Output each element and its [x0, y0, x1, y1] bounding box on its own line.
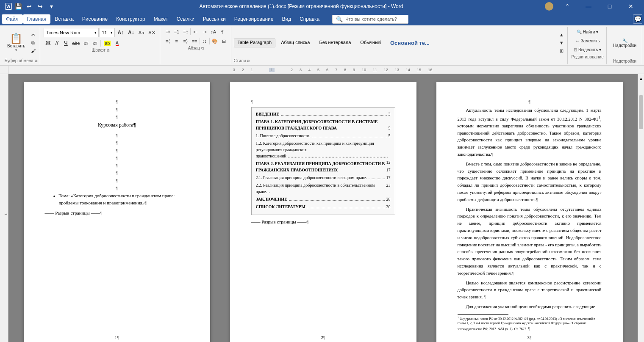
bullets-button[interactable]: ≡•: [164, 28, 172, 36]
quick-access-dropdown[interactable]: ▾: [47, 2, 56, 11]
scroll-thumb[interactable]: [639, 95, 643, 129]
clipboard-expand[interactable]: ⧉: [35, 59, 37, 63]
font-expand[interactable]: ⧉: [107, 48, 109, 52]
page-2-number: 2¶: [321, 335, 325, 340]
styles-more-button[interactable]: ⊞: [557, 47, 566, 55]
scroll-track[interactable]: [638, 142, 644, 342]
redo-button[interactable]: ↪: [36, 2, 45, 11]
close-button[interactable]: ✕: [621, 0, 641, 13]
page-3-number: 3¶: [527, 335, 532, 340]
paste-button[interactable]: 📋 Вставить ▾: [4, 31, 28, 55]
styles-down-button[interactable]: ▼: [557, 39, 566, 47]
ruler-mark: 4: [308, 68, 311, 72]
ribbon-toggle-button[interactable]: ⌃: [558, 0, 577, 13]
style-heading1[interactable]: Основной те...: [386, 39, 433, 47]
strikethrough-button[interactable]: abc: [70, 39, 81, 47]
pilcrow-10: ¶: [45, 170, 189, 177]
vertical-scrollbar[interactable]: ▲ ▼: [638, 74, 644, 342]
menu-help[interactable]: Справка: [295, 14, 324, 24]
highlight-button[interactable]: ab: [102, 39, 112, 47]
increase-indent-button[interactable]: ⇥: [200, 28, 208, 36]
justify-button[interactable]: ≡≡: [190, 37, 199, 45]
menu-layout[interactable]: Макет: [150, 14, 172, 24]
style-no-spacing[interactable]: Без интервала: [315, 39, 355, 47]
subscript-button[interactable]: x2: [82, 39, 90, 47]
replace-icon: ↔: [575, 39, 580, 43]
user-avatar[interactable]: [545, 2, 553, 11]
show-formatting-button[interactable]: ¶: [218, 28, 227, 36]
divider: [190, 28, 191, 35]
style-normal[interactable]: Обычный: [356, 39, 385, 47]
pilcrow-7: ¶: [45, 147, 189, 154]
italic-button[interactable]: К: [53, 39, 61, 47]
toc-row-1-1: 1. Понятие добросовестности. 5: [256, 132, 391, 139]
decrease-font-button[interactable]: A↓: [126, 29, 136, 36]
save-button[interactable]: 💾: [14, 2, 23, 11]
comments-button[interactable]: 💬: [633, 14, 642, 24]
menu-draw[interactable]: Рисование: [78, 14, 112, 24]
menu-mailings[interactable]: Рассылки: [199, 14, 230, 24]
styles-group: Table Paragraph Абзац списка Без интерва…: [232, 27, 568, 64]
paste-dropdown-arrow: ▾: [15, 48, 17, 52]
paragraph-expand[interactable]: ⧉: [201, 46, 204, 50]
find-button[interactable]: 🔍 Найти ▾: [572, 28, 603, 36]
copy-button[interactable]: ⧉: [29, 39, 37, 47]
font-name-selector[interactable]: Times New Rom ▾: [44, 28, 99, 37]
paragraph-1: Актуальность темы исследования обусловле…: [458, 107, 602, 158]
menu-review[interactable]: Рецензирование: [230, 14, 278, 24]
pilcrow-2: ¶: [45, 106, 189, 113]
select-button[interactable]: ⊡ Выделить ▾: [572, 46, 603, 54]
pilcrow-1: ¶: [45, 99, 189, 105]
clear-format-button[interactable]: A✕: [147, 29, 157, 36]
font-size-selector[interactable]: 11 ▾: [100, 28, 115, 37]
align-right-button[interactable]: ≡⟩: [181, 37, 190, 45]
paragraph-5: Для достижения указанной цели необходимо…: [458, 303, 602, 311]
menu-references[interactable]: Ссылки: [172, 14, 199, 24]
ruler-mark: 3: [233, 68, 235, 72]
divider: [200, 38, 200, 44]
style-list-paragraph[interactable]: Абзац списка: [277, 39, 314, 47]
line-spacing-button[interactable]: ↕↕: [200, 37, 209, 45]
tell-me-search[interactable]: 🔍 Что вы хотите сделать?: [332, 15, 408, 24]
maximize-button[interactable]: □: [600, 0, 619, 13]
menu-insert[interactable]: Вставка: [50, 14, 78, 24]
menu-file[interactable]: Файл: [2, 14, 23, 24]
increase-font-button[interactable]: A↑: [116, 29, 125, 36]
ruler-mark: 6: [326, 68, 328, 72]
clear-format-icon: A✕: [148, 30, 155, 36]
underline-button[interactable]: Ч: [61, 39, 70, 47]
format-painter-button[interactable]: 🖌: [29, 47, 37, 55]
cut-button[interactable]: ✂: [29, 31, 37, 39]
page-2: ¶ ВВЕДЕНИЕ 3 ГЛАВА 1. КАТЕГОРИЯ ДОБРОСОВ…: [230, 82, 416, 342]
numbering-button[interactable]: ≡1: [172, 28, 181, 36]
pages-area[interactable]: ¶ ¶ ¶ Курсовая работа¶ ¶ ¶ ¶ ¶ ¶ ¶ ¶ ¶ •: [8, 74, 638, 342]
ruler-mark: 16: [428, 68, 432, 72]
menu-home[interactable]: Главная: [23, 14, 51, 24]
bold-button[interactable]: Ж: [44, 39, 52, 47]
shading-button[interactable]: 🎨: [210, 37, 219, 45]
page-break-1: —— Разрыв страницы ——¶: [45, 210, 189, 217]
styles-up-button[interactable]: ▲: [557, 31, 566, 39]
style-table-paragraph[interactable]: Table Paragraph: [234, 39, 276, 47]
styles-expand[interactable]: ⧉: [247, 59, 250, 63]
change-case-button[interactable]: Аа: [137, 29, 146, 36]
superscript-button[interactable]: x2: [91, 39, 99, 47]
menu-view[interactable]: Вид: [278, 14, 295, 24]
menu-design[interactable]: Конструктор: [112, 14, 149, 24]
decrease-indent-button[interactable]: ⇤: [191, 28, 200, 36]
ruler-area: 3 2 1 1 2 3 4 5 6 7 8 9 10 11 12 13 14 1…: [0, 66, 644, 74]
sort-button[interactable]: ↕A: [209, 28, 218, 36]
align-center-button[interactable]: ≡: [172, 37, 181, 45]
font-color-button[interactable]: A: [113, 39, 121, 47]
addins-button[interactable]: 🔧 Надстройки: [610, 36, 639, 50]
align-left-button[interactable]: ≡⟨: [164, 37, 172, 45]
toc-row-1-2: 1.2. Категория добросовестности как прин…: [256, 140, 391, 159]
ribbon: 📋 Вставить ▾ ✂ ⧉ 🖌 Буфер обмена ⧉: [0, 25, 644, 66]
multilevel-button[interactable]: ≡↕: [181, 28, 190, 36]
scroll-up-button[interactable]: ▲: [638, 74, 644, 83]
minimize-button[interactable]: —: [579, 0, 598, 13]
undo-button[interactable]: ↩: [25, 2, 34, 11]
borders-button[interactable]: ⊞: [220, 37, 228, 45]
addins-label: Надстройки: [613, 59, 636, 63]
replace-button[interactable]: ↔ Заменить: [572, 37, 603, 45]
